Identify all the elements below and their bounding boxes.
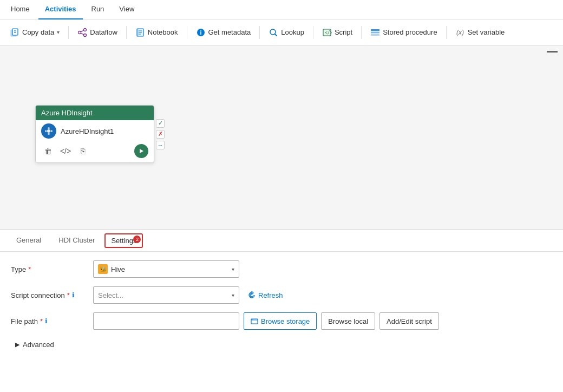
toolbar-divider-1 [68,26,69,39]
node-name-label: AzureHDInsight1 [61,127,114,135]
script-connection-required: * [67,291,70,299]
hive-icon: 🐝 [98,264,108,274]
stored-procedure-label: Stored procedure [383,28,437,36]
script-connection-control: Select... ▾ Refresh [93,286,552,304]
tab-hdi-cluster[interactable]: HDI Cluster [51,232,102,250]
copy-data-dropdown-arrow: ▾ [57,29,60,35]
type-label: Type * [11,265,87,273]
file-path-info-icon[interactable]: ℹ [45,317,48,325]
script-button[interactable]: </> Script [317,25,358,40]
type-value: 🐝 Hive [98,264,125,274]
script-connection-row: Script connection * ℹ Select... ▾ [11,286,552,304]
node-delete-button[interactable]: 🗑 [41,144,55,158]
svg-rect-21 [371,31,379,33]
script-connection-value: Select... [98,291,123,299]
browse-storage-button[interactable]: Browse storage [244,312,317,330]
file-path-required: * [40,317,43,325]
tab-general[interactable]: General [9,232,49,250]
script-label: Script [335,28,352,36]
dataflow-icon [77,28,87,37]
stored-procedure-icon [370,28,380,37]
toolbar-divider-7 [446,26,447,39]
svg-point-6 [84,34,87,36]
node-title: Azure HDInsight [41,109,93,117]
copy-data-label: Copy data [22,28,54,36]
node-hdinsight-icon [41,123,56,139]
svg-point-28 [50,130,53,132]
advanced-chevron-icon: ▶ [15,341,19,348]
copy-data-button[interactable]: Copy data ▾ [4,25,65,40]
dataflow-label: Dataflow [90,28,117,36]
copy-data-icon [10,28,19,37]
toolbar-divider-6 [361,26,362,39]
script-icon: </> [322,28,332,37]
nav-home[interactable]: Home [4,0,36,19]
add-edit-script-button[interactable]: Add/Edit script [379,312,439,330]
svg-point-24 [47,129,50,133]
svg-point-4 [78,31,81,34]
file-path-row: File path * ℹ Browse storage Browse [11,312,552,330]
notebook-label: Notebook [148,28,178,36]
set-variable-label: Set variable [468,28,505,36]
svg-text:i: i [200,29,201,36]
node-body: AzureHDInsight1 [36,120,154,142]
stored-procedure-button[interactable]: Stored procedure [365,25,442,40]
svg-line-7 [81,30,84,32]
nav-view[interactable]: View [113,0,141,19]
get-metadata-button[interactable]: i Get metadata [191,25,257,40]
toolbar-divider-2 [126,26,127,39]
node-code-button[interactable]: </> [58,144,73,158]
tab-settings[interactable]: Settings 2 [104,233,143,248]
tab-settings-label: Settings [111,237,136,245]
toolbar-divider-5 [313,26,313,39]
file-path-label: File path * ℹ [11,317,87,325]
svg-rect-13 [137,29,139,36]
svg-rect-20 [371,29,379,31]
refresh-button[interactable]: Refresh [244,289,287,302]
advanced-section[interactable]: ▶ Advanced [11,338,58,351]
refresh-icon [248,291,256,299]
set-variable-button[interactable]: (x) Set variable [450,25,510,40]
activity-toolbar: Copy data ▾ Dataflow [0,19,563,45]
lookup-icon [269,28,278,37]
svg-point-5 [84,28,87,31]
toolbar-divider-4 [259,26,260,39]
settings-tabs: General HDI Cluster Settings 2 [0,230,563,252]
svg-rect-1 [12,29,18,35]
top-navigation: Home Activities Run View [0,0,563,19]
svg-line-17 [275,34,277,36]
type-control: 🐝 Hive ▾ [93,260,552,278]
node-actions: 🗑 </> ⎘ [36,142,154,162]
node-copy-button[interactable]: ⎘ [76,144,90,158]
svg-text:</>: </> [325,30,332,35]
svg-point-26 [48,133,50,135]
browse-storage-icon [251,317,258,325]
script-connection-dropdown[interactable]: Select... ▾ [93,286,239,304]
svg-point-25 [48,127,50,129]
nav-run[interactable]: Run [85,0,111,19]
type-row: Type * 🐝 Hive ▾ [11,260,552,278]
browse-local-button[interactable]: Browse local [321,312,375,330]
lookup-button[interactable]: Lookup [263,25,310,40]
node-connectors: ✓ ✗ → [156,119,165,149]
script-connection-info-icon[interactable]: ℹ [72,291,75,299]
dataflow-button[interactable]: Dataflow [72,25,123,40]
file-path-input[interactable] [93,312,239,330]
success-connector[interactable]: ✓ [156,119,165,128]
type-dropdown[interactable]: 🐝 Hive ▾ [93,260,239,278]
svg-rect-22 [371,34,379,36]
completion-connector[interactable]: → [156,141,165,149]
canvas-minimize-bar[interactable] [547,51,558,53]
failure-connector[interactable]: ✗ [156,130,165,139]
settings-form: Type * 🐝 Hive ▾ Script connection [0,252,563,360]
toolbar-divider-3 [187,26,187,39]
notebook-button[interactable]: Notebook [130,25,184,40]
nav-activities[interactable]: Activities [38,0,83,19]
get-metadata-label: Get metadata [208,28,251,36]
svg-line-8 [81,33,84,35]
node-go-button[interactable] [134,144,148,158]
notebook-icon [135,28,145,37]
pipeline-canvas[interactable]: Azure HDInsight AzureHDInsight1 🗑 </> [0,45,563,230]
type-dropdown-arrow: ▾ [232,266,234,272]
lookup-label: Lookup [281,28,304,36]
